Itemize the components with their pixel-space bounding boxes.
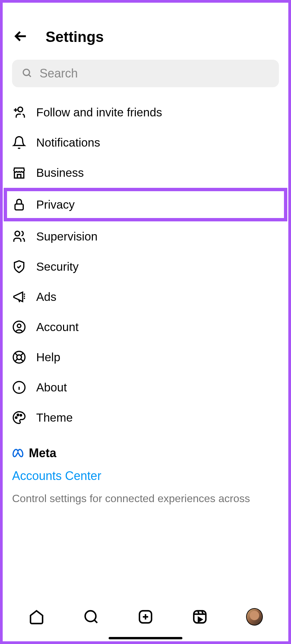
svg-point-5 bbox=[17, 324, 21, 328]
meta-logo: Meta bbox=[12, 446, 279, 460]
meta-description: Control settings for connected experienc… bbox=[12, 492, 279, 506]
settings-menu: Follow and invite friends Notifications … bbox=[3, 97, 288, 433]
menu-label: Ads bbox=[36, 290, 56, 304]
menu-item-help[interactable]: Help bbox=[3, 342, 288, 372]
user-circle-icon bbox=[12, 320, 26, 334]
svg-point-10 bbox=[17, 414, 19, 416]
nav-home[interactable] bbox=[28, 608, 45, 625]
svg-point-3 bbox=[15, 231, 20, 236]
menu-item-theme[interactable]: Theme bbox=[3, 402, 288, 433]
accounts-center-link[interactable]: Accounts Center bbox=[12, 469, 279, 483]
menu-item-about[interactable]: About bbox=[3, 372, 288, 402]
people-icon bbox=[12, 229, 26, 244]
menu-item-follow-invite[interactable]: Follow and invite friends bbox=[3, 97, 288, 127]
search-icon bbox=[83, 609, 99, 625]
menu-label: Theme bbox=[36, 411, 73, 424]
search-icon bbox=[21, 67, 32, 79]
reels-icon bbox=[192, 609, 208, 625]
menu-item-business[interactable]: Business bbox=[3, 158, 288, 188]
menu-item-notifications[interactable]: Notifications bbox=[3, 127, 288, 158]
nav-profile[interactable] bbox=[246, 608, 263, 625]
svg-point-1 bbox=[18, 107, 23, 112]
nav-reels[interactable] bbox=[191, 608, 208, 625]
lock-icon bbox=[12, 198, 26, 212]
bell-icon bbox=[12, 136, 26, 150]
meta-icon bbox=[12, 448, 26, 458]
svg-point-7 bbox=[17, 355, 21, 360]
nav-create[interactable] bbox=[137, 608, 154, 625]
svg-point-9 bbox=[15, 417, 17, 419]
lifebuoy-icon bbox=[12, 350, 26, 364]
meta-section: Meta Accounts Center Control settings fo… bbox=[3, 433, 288, 506]
home-icon bbox=[28, 609, 45, 625]
svg-point-11 bbox=[20, 415, 22, 416]
menu-label: Notifications bbox=[36, 136, 100, 149]
svg-rect-2 bbox=[15, 204, 23, 210]
menu-label: Privacy bbox=[36, 198, 75, 211]
menu-label: Help bbox=[36, 351, 60, 364]
menu-item-account[interactable]: Account bbox=[3, 312, 288, 342]
home-indicator bbox=[109, 637, 182, 639]
menu-label: About bbox=[36, 381, 67, 394]
header: Settings bbox=[3, 3, 288, 60]
svg-point-0 bbox=[23, 69, 30, 75]
plus-square-icon bbox=[137, 609, 154, 625]
menu-label: Supervision bbox=[36, 230, 98, 243]
nav-search[interactable] bbox=[83, 608, 100, 625]
palette-icon bbox=[12, 411, 26, 425]
search-input[interactable] bbox=[40, 66, 270, 80]
person-plus-icon bbox=[12, 105, 26, 119]
megaphone-icon bbox=[12, 290, 26, 304]
shop-icon bbox=[12, 166, 26, 180]
search-box[interactable] bbox=[12, 60, 279, 87]
menu-label: Follow and invite friends bbox=[36, 106, 162, 119]
menu-item-privacy[interactable]: Privacy bbox=[5, 190, 286, 220]
page-title: Settings bbox=[46, 29, 104, 45]
menu-item-ads[interactable]: Ads bbox=[3, 282, 288, 312]
bottom-navigation bbox=[3, 599, 288, 641]
info-icon bbox=[12, 380, 26, 394]
menu-item-security[interactable]: Security bbox=[3, 252, 288, 282]
menu-item-supervision[interactable]: Supervision bbox=[3, 221, 288, 252]
menu-label: Security bbox=[36, 260, 78, 273]
back-button[interactable] bbox=[12, 28, 30, 46]
avatar bbox=[246, 608, 263, 626]
shield-check-icon bbox=[12, 260, 26, 274]
meta-brand: Meta bbox=[29, 446, 56, 460]
menu-label: Business bbox=[36, 166, 84, 179]
menu-label: Account bbox=[36, 320, 78, 334]
